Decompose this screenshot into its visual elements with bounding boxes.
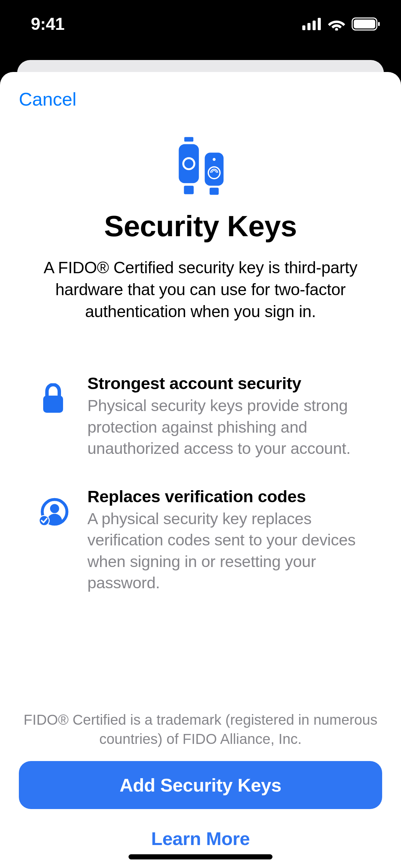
- svg-rect-3: [318, 18, 321, 30]
- page-subtitle: A FIDO® Certified security key is third-…: [19, 257, 382, 322]
- status-bar: 9:41: [0, 0, 401, 48]
- page-title: Security Keys: [104, 209, 297, 243]
- battery-icon: [352, 17, 380, 31]
- hero-section: Security Keys A FIDO® Certified security…: [19, 135, 382, 322]
- security-keys-icon: [170, 135, 231, 197]
- cancel-button[interactable]: Cancel: [19, 88, 76, 110]
- lock-icon: [38, 383, 69, 414]
- status-icons: [302, 17, 380, 31]
- feature-security: Strongest account security Physical secu…: [38, 374, 363, 459]
- svg-rect-2: [313, 21, 316, 30]
- svg-rect-1: [307, 23, 311, 30]
- feature-desc: Physical security keys provide strong pr…: [87, 395, 363, 459]
- svg-rect-6: [354, 20, 375, 28]
- svg-rect-7: [378, 22, 380, 26]
- learn-more-button[interactable]: Learn More: [151, 828, 250, 849]
- features-list: Strongest account security Physical secu…: [19, 374, 382, 621]
- svg-point-13: [213, 158, 216, 161]
- person-check-icon: [38, 496, 69, 527]
- status-time: 9:41: [31, 14, 64, 34]
- footer-section: FIDO® Certified is a trademark (register…: [19, 710, 382, 868]
- trademark-text: FIDO® Certified is a trademark (register…: [19, 710, 382, 749]
- svg-rect-8: [184, 137, 194, 142]
- svg-rect-0: [302, 25, 305, 30]
- svg-rect-15: [210, 188, 219, 195]
- home-indicator[interactable]: [129, 854, 272, 859]
- feature-title: Replaces verification codes: [87, 487, 363, 506]
- modal-sheet: Cancel Security Keys A FIDO® Certified s…: [0, 72, 401, 868]
- feature-replaces-codes: Replaces verification codes A physical s…: [38, 487, 363, 594]
- feature-title: Strongest account security: [87, 374, 363, 393]
- svg-rect-11: [184, 186, 194, 194]
- cellular-icon: [302, 18, 321, 30]
- svg-point-4: [335, 28, 338, 31]
- add-security-keys-button[interactable]: Add Security Keys: [19, 761, 382, 809]
- svg-point-18: [50, 504, 59, 514]
- wifi-icon: [328, 17, 345, 31]
- feature-desc: A physical security key replaces verific…: [87, 508, 363, 594]
- svg-rect-9: [179, 144, 199, 183]
- svg-rect-16: [43, 396, 63, 413]
